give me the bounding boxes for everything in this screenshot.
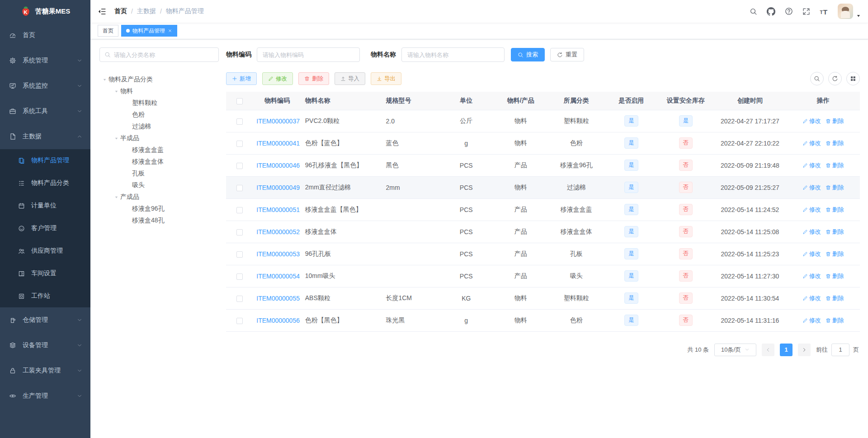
- avatar[interactable]: [838, 4, 853, 19]
- delete-link[interactable]: 删除: [826, 250, 844, 258]
- tree-node[interactable]: 移液盒96孔: [99, 203, 219, 215]
- item-code-link[interactable]: ITEM00000049: [256, 184, 300, 191]
- logo[interactable]: K 苦糖果MES: [0, 0, 90, 23]
- edit-button[interactable]: 修改: [262, 72, 293, 85]
- item-code-link[interactable]: ITEM00000055: [256, 295, 300, 302]
- tree-node[interactable]: 物料: [99, 85, 219, 97]
- delete-link[interactable]: 删除: [826, 184, 844, 192]
- delete-link[interactable]: 删除: [826, 206, 844, 214]
- sidebar-item[interactable]: 车间设置: [0, 262, 90, 285]
- delete-button[interactable]: 删除: [298, 72, 329, 85]
- search-icon[interactable]: [750, 8, 757, 15]
- goto-page-input[interactable]: [831, 344, 849, 356]
- row-checkbox[interactable]: [236, 318, 243, 324]
- search-button[interactable]: 搜索: [511, 48, 545, 61]
- add-button[interactable]: 新增: [226, 72, 257, 85]
- column-settings-button[interactable]: [846, 72, 860, 85]
- row-checkbox[interactable]: [236, 163, 243, 169]
- sidebar-item[interactable]: 设备管理: [0, 333, 90, 358]
- caret-down-icon[interactable]: [100, 78, 108, 82]
- delete-link[interactable]: 删除: [826, 139, 844, 147]
- sidebar-item[interactable]: 仓储管理: [0, 307, 90, 333]
- delete-link[interactable]: 删除: [826, 161, 844, 170]
- edit-link[interactable]: 修改: [802, 184, 821, 192]
- select-all-checkbox[interactable]: [236, 98, 243, 104]
- toggle-search-button[interactable]: [810, 72, 824, 85]
- tree-node[interactable]: 色粉: [99, 109, 219, 121]
- item-code-link[interactable]: ITEM00000052: [256, 228, 300, 235]
- tree-node[interactable]: 移液盒盒盖: [99, 144, 219, 156]
- item-code-link[interactable]: ITEM00000054: [256, 273, 300, 280]
- sidebar-item[interactable]: 物料产品管理: [0, 149, 90, 172]
- tree-node[interactable]: 移液盒48孔: [99, 215, 219, 226]
- row-checkbox[interactable]: [236, 207, 243, 213]
- row-checkbox[interactable]: [236, 185, 243, 191]
- item-code-link[interactable]: ITEM00000053: [256, 250, 300, 258]
- caret-down-icon[interactable]: [112, 137, 120, 141]
- edit-link[interactable]: 修改: [802, 228, 821, 236]
- page-size-select[interactable]: 10条/页: [714, 344, 756, 356]
- material-code-input[interactable]: [257, 47, 360, 62]
- sidebar-item[interactable]: 物料产品分类: [0, 172, 90, 194]
- edit-link[interactable]: 修改: [802, 117, 821, 125]
- tree-node[interactable]: 移液盒盒体: [99, 156, 219, 168]
- page-number-button[interactable]: 1: [780, 344, 793, 356]
- github-icon[interactable]: [767, 7, 775, 16]
- edit-link[interactable]: 修改: [802, 250, 821, 258]
- item-code-link[interactable]: ITEM00000041: [256, 140, 300, 147]
- tree-node[interactable]: 孔板: [99, 168, 219, 179]
- sidebar-item[interactable]: 生产管理: [0, 383, 90, 409]
- edit-link[interactable]: 修改: [802, 139, 821, 147]
- import-button[interactable]: 导入: [335, 72, 365, 85]
- row-checkbox[interactable]: [236, 296, 243, 302]
- tab-active[interactable]: 物料产品管理: [121, 25, 177, 37]
- row-checkbox[interactable]: [236, 229, 243, 235]
- category-search[interactable]: [99, 47, 219, 62]
- sidebar-item[interactable]: 工作站: [0, 285, 90, 307]
- sidebar-item[interactable]: 客户管理: [0, 217, 90, 240]
- sidebar-item[interactable]: 系统监控: [0, 73, 90, 99]
- sidebar-item[interactable]: 主数据: [0, 124, 90, 149]
- reset-button[interactable]: 重置: [550, 48, 584, 61]
- fullscreen-icon[interactable]: [802, 8, 810, 15]
- sidebar-item[interactable]: 系统管理: [0, 48, 90, 73]
- delete-link[interactable]: 删除: [826, 294, 844, 302]
- delete-link[interactable]: 删除: [826, 228, 844, 236]
- sidebar-item[interactable]: 供应商管理: [0, 240, 90, 262]
- row-checkbox[interactable]: [236, 141, 243, 147]
- prev-page-button[interactable]: [762, 344, 774, 356]
- edit-link[interactable]: 修改: [802, 294, 821, 302]
- tree-node[interactable]: 半成品: [99, 132, 219, 144]
- help-icon[interactable]: [785, 7, 793, 15]
- caret-down-icon[interactable]: [112, 89, 120, 94]
- tree-node[interactable]: 产成品: [99, 191, 219, 203]
- category-search-input[interactable]: [114, 52, 214, 58]
- edit-link[interactable]: 修改: [802, 161, 821, 170]
- item-code-link[interactable]: ITEM00000037: [256, 118, 300, 125]
- close-icon[interactable]: [168, 28, 172, 33]
- user-menu[interactable]: [838, 4, 861, 19]
- tab-item[interactable]: 首页: [98, 25, 118, 37]
- row-checkbox[interactable]: [236, 273, 243, 280]
- caret-down-icon[interactable]: [112, 195, 120, 199]
- edit-link[interactable]: 修改: [802, 316, 821, 325]
- tree-node[interactable]: 物料及产品分类: [99, 74, 219, 85]
- sidebar-fold-icon[interactable]: [98, 7, 106, 16]
- item-code-link[interactable]: ITEM00000046: [256, 162, 300, 169]
- delete-link[interactable]: 删除: [826, 316, 844, 325]
- material-name-input[interactable]: [401, 47, 505, 62]
- sidebar-item[interactable]: 计量单位: [0, 194, 90, 217]
- sidebar-item[interactable]: 工装夹具管理: [0, 358, 90, 383]
- refresh-table-button[interactable]: [828, 72, 842, 85]
- font-size-icon[interactable]: TT: [820, 7, 828, 16]
- row-checkbox[interactable]: [236, 251, 243, 258]
- tree-node[interactable]: 吸头: [99, 179, 219, 191]
- item-code-link[interactable]: ITEM00000056: [256, 317, 300, 324]
- breadcrumb-item[interactable]: 首页: [114, 7, 127, 15]
- item-code-link[interactable]: ITEM00000051: [256, 206, 300, 213]
- edit-link[interactable]: 修改: [802, 206, 821, 214]
- sidebar-item[interactable]: 系统工具: [0, 99, 90, 124]
- sidebar-item[interactable]: 首页: [0, 23, 90, 48]
- delete-link[interactable]: 删除: [826, 272, 844, 280]
- delete-link[interactable]: 删除: [826, 117, 844, 125]
